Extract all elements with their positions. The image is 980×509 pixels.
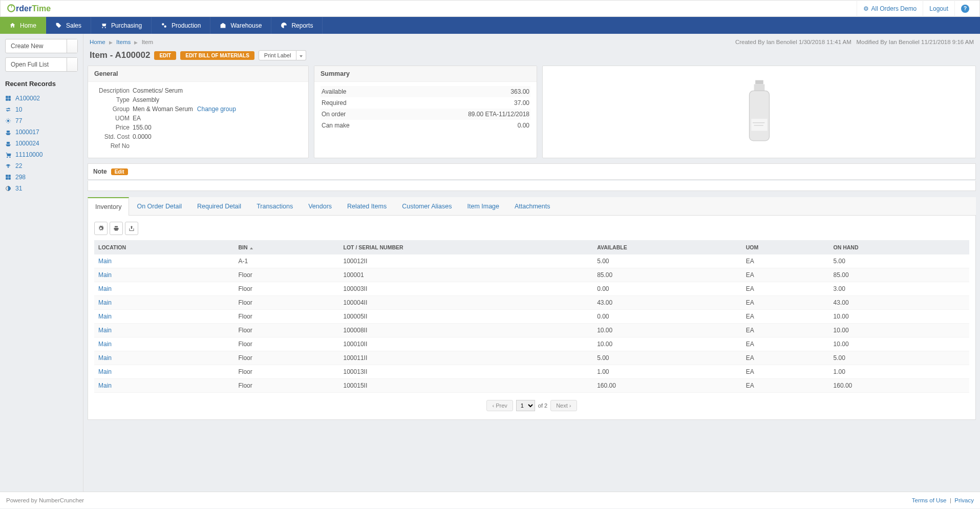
print-label-button[interactable]: Print Label [259, 50, 297, 60]
location-link[interactable]: Main [98, 327, 112, 334]
tab-image[interactable]: Item Image [459, 197, 507, 216]
recent-link[interactable]: 22 [15, 162, 22, 169]
location-link[interactable]: Main [98, 354, 112, 362]
lot-cell: 100003II [339, 282, 593, 296]
recent-link[interactable]: 10 [15, 106, 22, 113]
tab-vendors[interactable]: Vendors [301, 197, 339, 216]
logo[interactable]: rderTime [7, 4, 51, 13]
tab-aliases[interactable]: Customer Aliases [394, 197, 459, 216]
svg-rect-13 [755, 80, 763, 84]
nav-reports[interactable]: Reports [271, 17, 323, 34]
nav-sales[interactable]: Sales [46, 17, 91, 34]
next-button[interactable]: Next › [550, 400, 577, 411]
export-icon [129, 225, 135, 231]
nav-reports-label: Reports [291, 22, 313, 29]
location-link[interactable]: Main [98, 313, 112, 320]
table-export-button[interactable] [125, 222, 138, 235]
nav-warehouse[interactable]: Warehouse [210, 17, 271, 34]
th-onhand[interactable]: ON HAND [829, 240, 969, 254]
recent-link[interactable]: 1000024 [15, 140, 39, 147]
change-group-link[interactable]: Change group [197, 105, 236, 113]
privacy-link[interactable]: Privacy [954, 497, 974, 503]
location-link[interactable]: Main [98, 258, 112, 265]
general-header: General [88, 66, 308, 82]
recent-record-item[interactable]: 10 [5, 104, 78, 115]
bin-cell: Floor [234, 268, 339, 282]
cart-icon [100, 22, 107, 29]
tab-on-order[interactable]: On Order Detail [129, 197, 189, 216]
svg-rect-14 [754, 84, 764, 91]
th-lot[interactable]: LOT / SERIAL NUMBER [339, 240, 593, 254]
recent-link[interactable]: 31 [15, 185, 22, 192]
tab-attachments[interactable]: Attachments [507, 197, 558, 216]
table-row: MainFloor10000185.00EA85.00 [94, 268, 969, 282]
note-edit-button[interactable]: Edit [111, 168, 128, 175]
crumb-home[interactable]: Home [90, 39, 105, 45]
recent-record-item[interactable]: 1000024 [5, 138, 78, 149]
location-link[interactable]: Main [98, 285, 112, 292]
lot-cell: 100008II [339, 324, 593, 337]
crumb-items[interactable]: Items [116, 39, 131, 45]
logout-link[interactable]: Logout [923, 0, 954, 17]
recent-link[interactable]: 77 [15, 117, 22, 124]
open-full-list-button[interactable]: Open Full List [5, 57, 78, 72]
crumb-current: Item [142, 39, 153, 45]
prev-button[interactable]: ‹ Prev [486, 400, 513, 411]
tab-required[interactable]: Required Detail [189, 197, 249, 216]
bin-cell: Floor [234, 310, 339, 324]
warehouse-icon [220, 22, 226, 29]
recent-record-item[interactable]: 77 [5, 115, 78, 126]
location-link[interactable]: Main [98, 368, 112, 375]
edit-bom-button[interactable]: EDIT BILL OF MATERIALS [180, 51, 254, 60]
th-bin[interactable]: BIN [234, 240, 339, 254]
recent-record-item[interactable]: A100002 [5, 93, 78, 104]
recent-record-item[interactable]: 1000017 [5, 126, 78, 138]
page-select[interactable]: 1 [516, 400, 535, 411]
nav-production[interactable]: Production [152, 17, 210, 34]
req-value: 37.00 [514, 99, 529, 107]
recent-record-item[interactable]: 298 [5, 172, 78, 183]
cost-label: Std. Cost [94, 133, 133, 140]
home-icon [9, 22, 16, 29]
recent-link[interactable]: 1000017 [15, 129, 39, 136]
th-uom[interactable]: UOM [742, 240, 829, 254]
nav-sales-label: Sales [66, 22, 81, 29]
recent-link[interactable]: 298 [15, 174, 26, 181]
location-link[interactable]: Main [98, 341, 112, 348]
recent-record-item[interactable]: 31 [5, 183, 78, 194]
desc-label: Description [94, 87, 133, 94]
recent-record-item[interactable]: 11110000 [5, 149, 78, 160]
recent-link[interactable]: A100002 [15, 95, 40, 102]
create-new-button[interactable]: Create New [5, 39, 78, 53]
price-value: 155.00 [133, 124, 152, 131]
location-link[interactable]: Main [98, 382, 112, 389]
th-available[interactable]: AVAILABLE [593, 240, 742, 254]
nav-purchasing[interactable]: Purchasing [91, 17, 152, 34]
avail-cell: 1.00 [593, 365, 742, 379]
order-value: 89.00 ETA-11/12/2018 [468, 111, 529, 118]
onhand-cell: 10.00 [829, 310, 969, 324]
location-link[interactable]: Main [98, 299, 112, 306]
all-orders-link[interactable]: ⚙All Orders Demo [857, 0, 923, 17]
tab-related[interactable]: Related Items [339, 197, 394, 216]
tag-icon [55, 22, 62, 29]
onhand-cell: 85.00 [829, 268, 969, 282]
terms-link[interactable]: Terms of Use [912, 497, 947, 503]
gears-icon [161, 22, 167, 29]
table-settings-button[interactable] [94, 222, 108, 235]
nav-home[interactable]: Home [0, 17, 46, 34]
recent-link[interactable]: 11110000 [15, 151, 42, 158]
print-label-dropdown[interactable] [296, 50, 306, 60]
edit-button[interactable]: EDIT [154, 51, 176, 60]
print-icon [113, 225, 119, 231]
location-link[interactable]: Main [98, 271, 112, 279]
th-location[interactable]: LOCATION [94, 240, 234, 254]
tab-transactions[interactable]: Transactions [249, 197, 301, 216]
tab-inventory[interactable]: Inventory [88, 197, 129, 216]
group-value: Men & Woman Serum [133, 105, 193, 113]
wifi-icon [5, 163, 11, 169]
item-image-panel [542, 66, 976, 158]
help-link[interactable]: ? [954, 0, 975, 17]
table-print-button[interactable] [110, 222, 123, 235]
recent-record-item[interactable]: 22 [5, 160, 78, 172]
